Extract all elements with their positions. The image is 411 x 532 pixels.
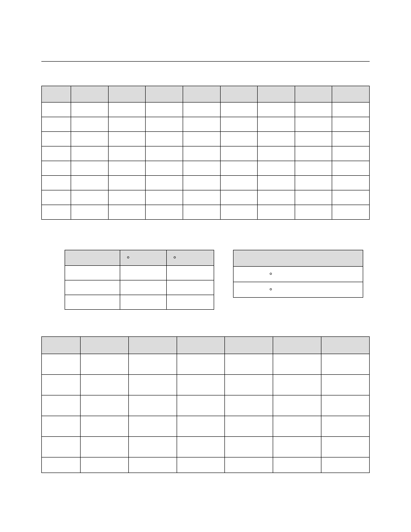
table-row — [234, 267, 363, 282]
cell — [81, 437, 129, 457]
cell — [81, 416, 129, 437]
table-3-header — [234, 250, 363, 267]
cell — [128, 437, 177, 457]
cell — [332, 146, 370, 161]
cell — [146, 103, 183, 117]
cell — [273, 354, 321, 375]
dot-icon — [127, 256, 129, 258]
cell — [332, 205, 370, 220]
cell — [128, 416, 177, 437]
cell — [71, 176, 109, 190]
cell — [128, 395, 177, 416]
cell — [108, 161, 146, 176]
table-row — [42, 375, 370, 395]
cell — [321, 437, 370, 457]
dot-icon — [270, 288, 272, 290]
cell — [258, 161, 295, 176]
cell — [332, 176, 370, 190]
cell — [108, 103, 146, 117]
cell — [225, 375, 273, 395]
cell — [146, 117, 183, 132]
table-1-col-4 — [183, 86, 220, 103]
cell — [220, 205, 258, 220]
cell — [108, 146, 146, 161]
cell — [146, 205, 183, 220]
table-row — [42, 395, 370, 416]
cell — [177, 395, 225, 416]
table-1-col-3 — [146, 86, 183, 103]
table-1-col-7 — [295, 86, 332, 103]
cell — [295, 190, 332, 205]
cell — [108, 117, 146, 132]
cell — [177, 375, 225, 395]
cell — [177, 457, 225, 473]
cell — [273, 416, 321, 437]
table-1-col-6 — [258, 86, 295, 103]
table-4 — [41, 336, 370, 473]
cell — [225, 437, 273, 457]
table-1-col-2 — [108, 86, 146, 103]
table-row — [42, 132, 370, 146]
cell — [42, 205, 71, 220]
cell — [295, 205, 332, 220]
table-1-col-0 — [42, 86, 71, 103]
cell — [225, 395, 273, 416]
cell — [128, 354, 177, 375]
cell — [225, 416, 273, 437]
table-row — [65, 295, 214, 310]
cell — [183, 103, 220, 117]
dot-icon — [270, 273, 272, 275]
table-4-col-2 — [128, 337, 177, 354]
cell — [71, 161, 109, 176]
table-row — [65, 280, 214, 295]
cell — [42, 437, 81, 457]
table-2-col-0 — [65, 250, 120, 266]
cell — [234, 267, 363, 282]
cell — [167, 280, 214, 295]
cell — [128, 457, 177, 473]
cell — [258, 205, 295, 220]
cell — [146, 161, 183, 176]
cell — [183, 176, 220, 190]
cell — [120, 280, 167, 295]
table-1 — [41, 86, 370, 220]
table-row — [42, 416, 370, 437]
cell — [295, 103, 332, 117]
cell — [42, 146, 71, 161]
cell — [81, 375, 129, 395]
cell — [183, 161, 220, 176]
table-4-header-row — [42, 337, 370, 354]
cell — [220, 132, 258, 146]
cell — [273, 437, 321, 457]
cell — [295, 132, 332, 146]
cell — [321, 354, 370, 375]
cell — [258, 103, 295, 117]
cell — [258, 176, 295, 190]
table-row — [42, 176, 370, 190]
cell — [295, 146, 332, 161]
cell — [321, 375, 370, 395]
cell — [71, 132, 109, 146]
cell — [42, 354, 81, 375]
table-row — [42, 437, 370, 457]
table-4-col-4 — [225, 337, 273, 354]
cell — [220, 190, 258, 205]
cell — [42, 457, 81, 473]
cell — [220, 117, 258, 132]
cell — [273, 375, 321, 395]
cell — [146, 132, 183, 146]
dot-icon — [174, 256, 176, 258]
cell — [81, 395, 129, 416]
cell — [225, 457, 273, 473]
table-row — [42, 161, 370, 176]
cell — [258, 190, 295, 205]
cell — [65, 266, 120, 280]
cell — [273, 395, 321, 416]
table-2-col-2 — [167, 250, 214, 266]
cell — [146, 146, 183, 161]
cell — [120, 295, 167, 310]
cell — [220, 146, 258, 161]
table-2 — [65, 250, 214, 310]
cell — [42, 103, 71, 117]
cell — [108, 205, 146, 220]
